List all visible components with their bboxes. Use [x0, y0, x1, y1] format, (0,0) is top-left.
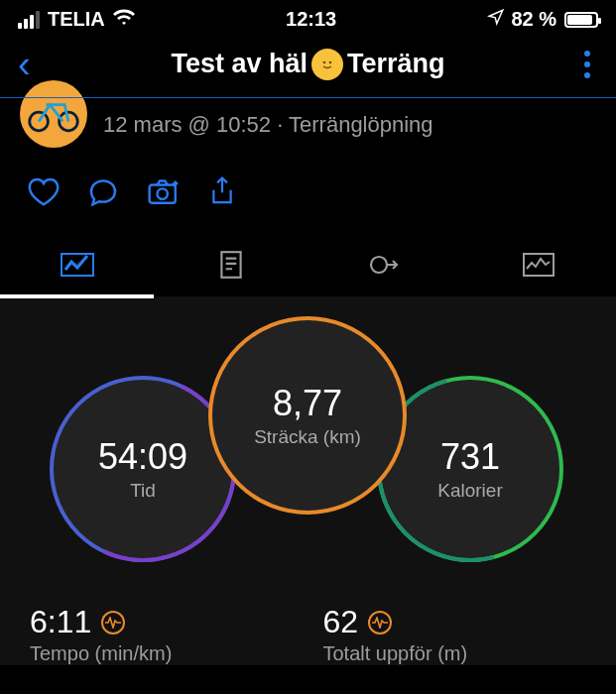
svg-point-0 — [323, 60, 326, 63]
ascent-value: 62 — [323, 604, 359, 640]
activity-header: 12 mars @ 10:52 · Terränglöpning — [0, 98, 616, 166]
activity-meta: 12 mars @ 10:52 · Terränglöpning — [103, 112, 433, 138]
svg-rect-8 — [524, 254, 554, 276]
tabs — [0, 233, 616, 298]
svg-point-5 — [157, 188, 167, 198]
nav-bar: ‹ Test av häl Terräng — [0, 35, 616, 98]
location-icon — [487, 8, 505, 31]
back-button[interactable]: ‹ — [18, 46, 31, 83]
bottom-stats: 6:11 Tempo (min/km) 62 Totalt uppför (m) — [0, 596, 616, 665]
tab-laps[interactable] — [308, 233, 462, 296]
pace-label: Tempo (min/km) — [30, 642, 294, 665]
carrier-label: TELIA — [48, 8, 105, 31]
stat-pace[interactable]: 6:11 Tempo (min/km) — [30, 604, 294, 665]
pulse-icon — [368, 611, 392, 635]
battery-pct: 82 % — [511, 8, 556, 31]
page-title: Test av häl Terräng — [171, 49, 444, 79]
pace-value: 6:11 — [30, 604, 91, 640]
bike-icon — [26, 94, 81, 134]
camera-button[interactable] — [147, 176, 181, 210]
calories-label: Kalorier — [437, 480, 502, 502]
distance-label: Sträcka (km) — [254, 426, 361, 448]
menu-button[interactable] — [584, 51, 590, 78]
battery-icon — [564, 12, 598, 28]
comment-button[interactable] — [87, 176, 119, 210]
time-value: 54:09 — [98, 436, 187, 478]
signal-icon — [18, 11, 40, 29]
tab-charts[interactable] — [462, 233, 616, 296]
action-row — [0, 166, 616, 233]
sun-emoji-icon — [313, 51, 341, 78]
clock: 12:13 — [286, 8, 336, 31]
status-bar: TELIA 12:13 82 % — [0, 0, 616, 35]
tab-notes[interactable] — [154, 233, 308, 296]
calories-value: 731 — [440, 436, 500, 478]
title-right: Terräng — [347, 49, 445, 79]
title-left: Test av häl — [171, 49, 308, 79]
circle-distance[interactable]: 8,77 Sträcka (km) — [208, 316, 407, 515]
wifi-icon — [113, 8, 135, 31]
distance-value: 8,77 — [273, 383, 342, 424]
pulse-icon — [101, 611, 125, 635]
share-button[interactable] — [208, 175, 236, 211]
ascent-label: Totalt uppför (m) — [323, 642, 587, 665]
svg-point-1 — [329, 60, 332, 63]
like-button[interactable] — [28, 176, 60, 210]
svg-point-2 — [30, 112, 49, 131]
stat-ascent[interactable]: 62 Totalt uppför (m) — [323, 604, 587, 665]
tab-stats[interactable] — [0, 233, 154, 296]
summary-circles: 54:09 Tid 8,77 Sträcka (km) 731 Kalorier — [0, 298, 616, 596]
time-label: Tid — [130, 480, 156, 502]
